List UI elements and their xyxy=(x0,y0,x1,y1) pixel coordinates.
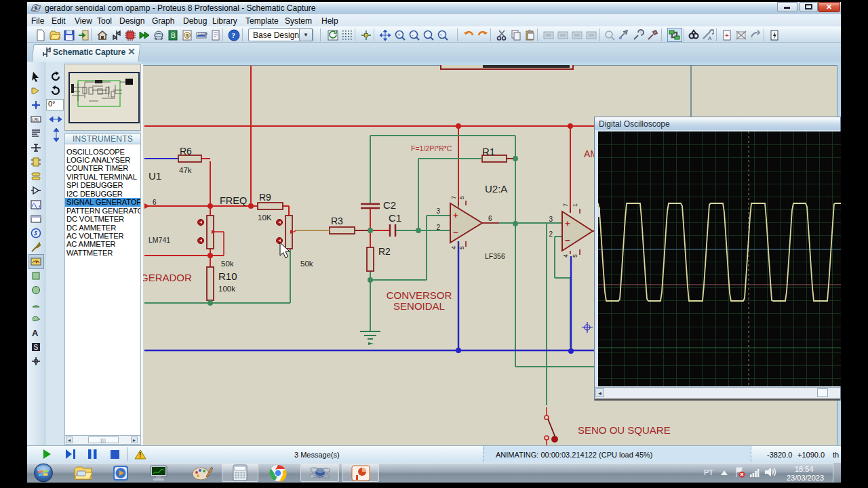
svg-text:B: B xyxy=(171,32,176,39)
svg-text:3: 3 xyxy=(436,207,440,215)
svg-text:4: 4 xyxy=(562,254,569,258)
svg-text:R9: R9 xyxy=(259,192,271,203)
svg-text:5: 5 xyxy=(458,196,465,199)
svg-text:FREQ: FREQ xyxy=(220,195,247,206)
svg-text:▫: ▫ xyxy=(440,32,442,38)
svg-text:U2:A: U2:A xyxy=(485,183,507,195)
svg-text:!: ! xyxy=(139,451,141,459)
svg-text:+: + xyxy=(725,32,729,39)
svg-text:F=1/2PI*R*C: F=1/2PI*R*C xyxy=(411,144,452,152)
svg-text:R10: R10 xyxy=(218,270,237,282)
svg-text:10K: 10K xyxy=(258,214,272,222)
svg-text:SENOIDAL: SENOIDAL xyxy=(393,300,445,312)
svg-text:C2: C2 xyxy=(383,199,396,211)
svg-text:7: 7 xyxy=(450,196,457,199)
svg-text:LF356: LF356 xyxy=(485,252,505,260)
svg-text:LM741: LM741 xyxy=(149,236,170,244)
svg-text:5: 5 xyxy=(458,246,465,249)
svg-text:6: 6 xyxy=(488,215,492,222)
svg-text:A: A xyxy=(32,328,39,338)
svg-text:A: A xyxy=(708,35,712,41)
svg-text:+: + xyxy=(565,218,570,228)
svg-text:U1: U1 xyxy=(149,170,161,182)
svg-text:GERADOR: GERADOR xyxy=(143,272,192,283)
svg-text:−: − xyxy=(453,227,458,237)
svg-text:R3: R3 xyxy=(331,216,343,226)
svg-text:R6: R6 xyxy=(180,146,192,157)
svg-text:6: 6 xyxy=(153,199,157,206)
svg-text:C1: C1 xyxy=(389,212,401,224)
svg-text:-: - xyxy=(412,32,414,38)
svg-text:+: + xyxy=(397,32,401,38)
svg-text:R1: R1 xyxy=(482,146,495,157)
svg-text:S: S xyxy=(34,344,39,351)
svg-text:47k: 47k xyxy=(179,166,192,174)
svg-text:2: 2 xyxy=(549,230,553,238)
svg-text:?: ? xyxy=(232,31,236,39)
svg-text:$: $ xyxy=(186,33,189,39)
svg-text:100k: 100k xyxy=(218,285,235,293)
svg-text:50k: 50k xyxy=(221,260,234,268)
svg-text:50k: 50k xyxy=(300,260,313,268)
svg-text:R2: R2 xyxy=(378,246,391,257)
svg-text:−: − xyxy=(565,235,570,245)
svg-text:LBL: LBL xyxy=(32,117,40,122)
svg-text:+: + xyxy=(453,210,458,220)
svg-text:SENO OU SQUARE: SENO OU SQUARE xyxy=(578,424,671,436)
svg-text:3: 3 xyxy=(549,216,553,223)
svg-text:2: 2 xyxy=(436,224,440,231)
svg-text:CONVERSOR: CONVERSOR xyxy=(387,289,452,301)
svg-text:7: 7 xyxy=(562,203,569,207)
svg-text:4: 4 xyxy=(450,246,457,249)
svg-text:5: 5 xyxy=(572,254,578,258)
svg-text:GERB: GERB xyxy=(198,32,208,36)
svg-text:1: 1 xyxy=(572,203,578,207)
